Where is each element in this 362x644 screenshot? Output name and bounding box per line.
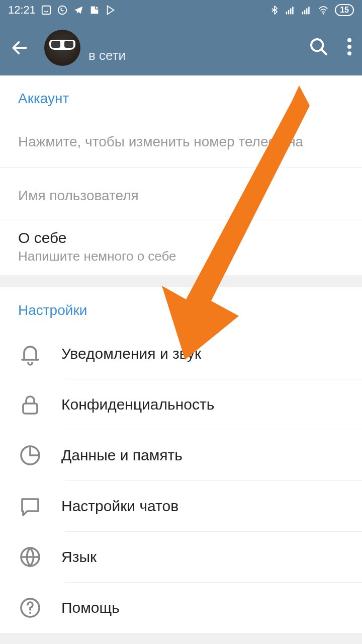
signal2-icon: [301, 5, 312, 15]
svg-rect-7: [290, 9, 292, 15]
globe-icon: [18, 545, 42, 569]
battery-badge: 15: [335, 4, 354, 16]
more-vertical-icon: [347, 37, 352, 57]
user-status: в сети: [88, 48, 301, 63]
svg-rect-6: [288, 10, 290, 14]
settings-label: Конфиденциальность: [61, 396, 214, 413]
app-header: в сети: [0, 20, 362, 75]
settings-item-language[interactable]: Язык: [0, 532, 362, 582]
svg-point-13: [323, 13, 324, 15]
svg-point-4: [96, 7, 98, 9]
svg-point-15: [347, 38, 351, 42]
svg-rect-10: [304, 10, 306, 14]
status-bar: 12:21 15: [0, 0, 362, 20]
svg-point-1: [58, 6, 67, 15]
bell-icon: [18, 342, 42, 366]
bio-title: О себе: [18, 229, 344, 247]
svg-rect-18: [23, 404, 37, 414]
svg-rect-11: [306, 9, 308, 15]
app-version-footer: Telegram для Android v5.11.0 (1705) arm6…: [0, 633, 362, 644]
smile-icon: [41, 5, 52, 16]
phone-placeholder: Нажмите, чтобы изменить номер телефона: [18, 134, 344, 150]
svg-rect-0: [42, 6, 51, 15]
chat-icon: [18, 494, 42, 518]
svg-rect-5: [286, 12, 288, 14]
svg-rect-9: [302, 12, 304, 14]
svg-point-16: [347, 45, 351, 49]
settings-section: Настройки Уведомления и звук Конфиденциа…: [0, 287, 362, 633]
bio-field[interactable]: О себе Напишите немного о себе: [0, 219, 362, 275]
wifi-icon: [317, 5, 330, 16]
status-left: 12:21: [8, 4, 116, 17]
settings-item-privacy[interactable]: Конфиденциальность: [0, 379, 362, 430]
maps-icon: [89, 5, 100, 16]
arrow-left-icon: [10, 38, 29, 57]
bio-placeholder: Напишите немного о себе: [18, 249, 344, 264]
telegram-icon: [73, 5, 84, 16]
help-icon: [18, 596, 42, 620]
settings-section-title: Настройки: [0, 299, 362, 329]
play-store-icon: [105, 5, 116, 16]
settings-item-notifications[interactable]: Уведомления и звук: [0, 329, 362, 379]
status-time: 12:21: [8, 4, 36, 17]
svg-point-17: [347, 51, 351, 55]
phone-field[interactable]: Нажмите, чтобы изменить номер телефона: [0, 117, 362, 168]
bluetooth-icon: [269, 5, 280, 16]
svg-rect-8: [292, 7, 294, 14]
settings-label: Язык: [61, 548, 97, 566]
avatar[interactable]: [44, 30, 80, 66]
account-section: Аккаунт Нажмите, чтобы изменить номер те…: [0, 75, 362, 275]
whatsapp-icon: [57, 5, 68, 16]
search-icon: [309, 37, 329, 57]
section-gap: [0, 275, 362, 287]
svg-point-22: [29, 612, 31, 614]
settings-item-help[interactable]: Помощь: [0, 583, 362, 633]
lock-icon: [18, 392, 42, 417]
settings-label: Настройки чатов: [61, 498, 178, 515]
svg-rect-12: [308, 7, 310, 14]
username-label: Имя пользователя: [18, 188, 344, 204]
username-field[interactable]: Имя пользователя: [0, 168, 362, 219]
status-right: 15: [269, 4, 354, 16]
search-button[interactable]: [309, 37, 329, 59]
settings-item-data[interactable]: Данные и память: [0, 430, 362, 480]
settings-label: Помощь: [61, 599, 120, 616]
account-section-title: Аккаунт: [0, 88, 362, 117]
settings-item-chats[interactable]: Настройки чатов: [0, 481, 362, 531]
signal1-icon: [285, 5, 296, 15]
back-button[interactable]: [10, 38, 29, 57]
settings-label: Данные и память: [61, 447, 183, 464]
header-text: в сети: [88, 33, 301, 63]
more-button[interactable]: [347, 37, 352, 59]
settings-label: Уведомления и звук: [61, 345, 201, 362]
pie-chart-icon: [18, 443, 42, 467]
